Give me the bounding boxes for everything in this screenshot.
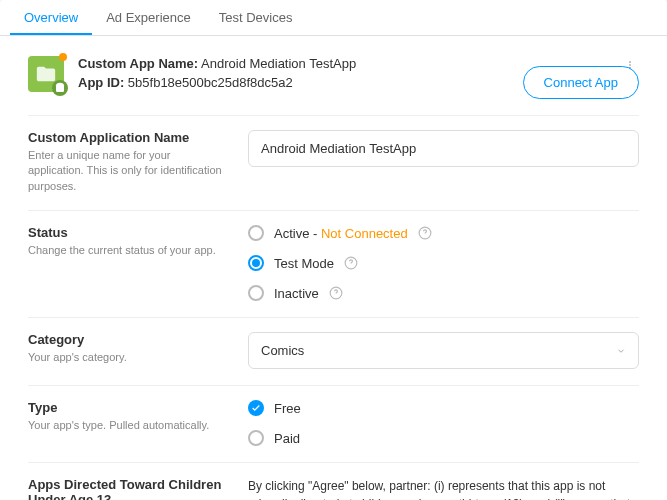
- type-title: Type: [28, 400, 228, 415]
- status-active-label: Active - Not Connected: [274, 226, 408, 241]
- status-radio-active[interactable]: [248, 225, 264, 241]
- check-icon: [251, 403, 261, 413]
- custom-name-input[interactable]: [248, 130, 639, 167]
- type-radio-paid[interactable]: [248, 430, 264, 446]
- custom-name-desc: Enter a unique name for your application…: [28, 148, 228, 194]
- category-select[interactable]: Comics: [248, 332, 639, 369]
- status-title: Status: [28, 225, 228, 240]
- category-value: Comics: [261, 343, 304, 358]
- status-inactive-label: Inactive: [274, 286, 319, 301]
- type-desc: Your app's type. Pulled automatically.: [28, 418, 228, 433]
- tab-overview[interactable]: Overview: [10, 0, 92, 35]
- connect-app-button[interactable]: Connect App: [523, 66, 639, 99]
- app-icon: [28, 56, 64, 92]
- android-badge-icon: [52, 80, 68, 96]
- type-free-label: Free: [274, 401, 301, 416]
- status-dot: [59, 53, 67, 61]
- svg-point-0: [629, 61, 631, 63]
- coppa-title: Apps Directed Toward Children Under Age …: [28, 477, 228, 500]
- type-paid-label: Paid: [274, 431, 300, 446]
- category-desc: Your app's category.: [28, 350, 228, 365]
- help-icon[interactable]: [418, 226, 432, 240]
- tab-ad-experience[interactable]: Ad Experience: [92, 0, 205, 35]
- status-radio-test-mode[interactable]: [248, 255, 264, 271]
- coppa-body: By clicking "Agree" below, partner: (i) …: [248, 477, 639, 500]
- tab-test-devices[interactable]: Test Devices: [205, 0, 307, 35]
- status-desc: Change the current status of your app.: [28, 243, 228, 258]
- category-title: Category: [28, 332, 228, 347]
- help-icon[interactable]: [329, 286, 343, 300]
- chevron-down-icon: [616, 346, 626, 356]
- status-test-mode-label: Test Mode: [274, 256, 334, 271]
- main-tabs: Overview Ad Experience Test Devices: [0, 0, 667, 36]
- custom-name-title: Custom Application Name: [28, 130, 228, 145]
- help-icon[interactable]: [344, 256, 358, 270]
- status-radio-inactive[interactable]: [248, 285, 264, 301]
- type-check-free: [248, 400, 264, 416]
